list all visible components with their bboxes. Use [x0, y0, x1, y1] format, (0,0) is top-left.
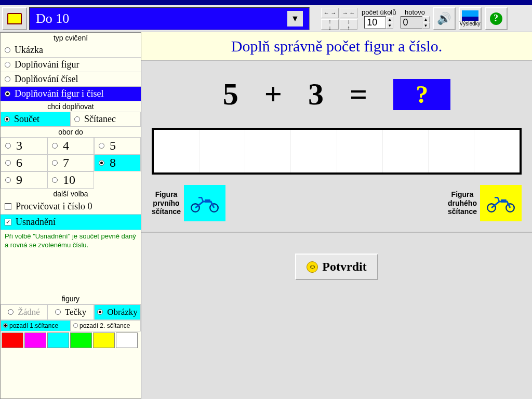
option-label: Doplňování čísel: [15, 74, 78, 85]
title-bar: [0, 0, 532, 5]
range-option[interactable]: 4: [47, 137, 94, 154]
range-option[interactable]: 9: [1, 171, 47, 189]
option-label: 6: [16, 156, 22, 170]
bg-option[interactable]: pozadí 1.sčítance: [1, 320, 71, 331]
radio-icon: [4, 116, 10, 122]
done-value: 0: [401, 16, 422, 29]
color-swatch[interactable]: [24, 332, 46, 348]
exercise-type-option[interactable]: Doplňování čísel: [1, 72, 141, 87]
answer-input[interactable]: ?: [393, 79, 450, 110]
option-label: pozadí 1.sčítance: [9, 322, 58, 329]
range-option[interactable]: 3: [1, 137, 47, 154]
nav-prev-v-button[interactable]: ↑↓: [321, 19, 339, 30]
radio-icon: [97, 309, 103, 315]
color-swatch[interactable]: [70, 332, 92, 348]
bg-option[interactable]: pozadí 2. sčítance: [71, 320, 141, 331]
figures-option[interactable]: Obrázky: [94, 304, 141, 320]
toolbar: Do 10 ▼ ← → ↑↓ → ← ↓↑ počet úkolů 10 ▲ ▼…: [0, 5, 532, 32]
radio-icon: [52, 143, 58, 149]
tasks-spinner: ▲ ▼: [386, 16, 393, 29]
done-label: hotovo: [405, 8, 425, 16]
results-button[interactable]: Výsledky: [459, 7, 482, 30]
figures-title: figury: [1, 294, 141, 304]
motorcycle-icon: [189, 194, 220, 212]
ease-hint: Při volbě "Usnadnění" je součet pevně da…: [1, 230, 141, 252]
range-option[interactable]: 5: [94, 137, 141, 154]
color-swatch[interactable]: [47, 332, 69, 348]
radio-icon: [5, 62, 10, 68]
fill-mode-option[interactable]: Sčítanec: [71, 112, 141, 127]
radio-icon: [73, 323, 78, 328]
ease-checkbox[interactable]: ✓ Usnadnění: [1, 215, 141, 230]
figure1-tile[interactable]: [184, 185, 225, 221]
results-icon: [462, 10, 478, 21]
option-label: Sčítanec: [84, 114, 116, 125]
nav-next-h-button[interactable]: → ←: [340, 8, 357, 18]
operand-a: 5: [223, 76, 238, 112]
radio-icon: [99, 160, 104, 166]
tasks-down-button[interactable]: ▼: [386, 22, 393, 29]
operand-b: 3: [308, 76, 324, 112]
figure2-tile[interactable]: [480, 185, 522, 221]
done-stat: hotovo 0 ▲ ▼: [401, 8, 430, 29]
radio-icon: [52, 177, 58, 183]
confirm-label: Potvrdit: [322, 260, 366, 274]
range-option[interactable]: 10: [47, 171, 94, 189]
option-label: 3: [16, 139, 22, 153]
help-button[interactable]: ?: [485, 7, 508, 30]
option-label: 7: [63, 156, 69, 170]
option-label: Doplňování figur i čísel: [15, 88, 103, 99]
range-option[interactable]: 6: [1, 154, 47, 171]
option-label: Ukázka: [15, 45, 43, 56]
figure1-label: Figuraprvníhosčítance: [152, 190, 181, 216]
equation: 5 + 3 = ?: [141, 61, 532, 123]
sound-button[interactable]: 🔊: [433, 7, 456, 30]
nav-next-v-button[interactable]: ↓↑: [340, 19, 357, 30]
exercise-type-title: typ cvičení: [1, 33, 141, 43]
radio-icon: [3, 323, 8, 328]
option-label: Doplňování figur: [15, 59, 79, 70]
category-dropdown[interactable]: Do 10 ▼: [29, 7, 310, 30]
color-swatch[interactable]: [2, 332, 23, 348]
radio-icon: [52, 160, 58, 166]
folder-icon: [7, 13, 22, 24]
exercise-type-option[interactable]: Doplňování figur i čísel: [1, 87, 141, 101]
figures-option[interactable]: Tečky: [47, 304, 94, 320]
option-label: Žádné: [18, 307, 39, 317]
option-label: Součet: [14, 114, 39, 125]
tasks-up-button[interactable]: ▲: [386, 16, 393, 22]
done-up-button[interactable]: ▲: [422, 16, 430, 22]
tasks-stat: počet úkolů 10 ▲ ▼: [362, 8, 396, 29]
tasks-label: počet úkolů: [362, 8, 396, 16]
radio-icon: [55, 309, 61, 315]
ease-label: Usnadnění: [16, 217, 56, 228]
figure-strip[interactable]: [152, 128, 522, 175]
color-swatch[interactable]: [116, 332, 138, 348]
tasks-value[interactable]: 10: [364, 16, 386, 29]
radio-icon: [74, 116, 80, 122]
content-area: Doplň správně počet figur a číslo. 5 + 3…: [141, 32, 532, 399]
confirm-button[interactable]: ☺ Potvrdit: [295, 254, 378, 280]
option-label: 8: [110, 156, 116, 170]
exercise-type-option[interactable]: Ukázka: [1, 43, 141, 58]
range-option[interactable]: 8: [94, 154, 141, 171]
fill-mode-option[interactable]: Součet: [1, 112, 71, 127]
sidebar: typ cvičení UkázkaDoplňování figurDoplňo…: [0, 32, 141, 399]
checkbox-icon: ✓: [5, 219, 11, 225]
category-value: Do 10: [36, 11, 69, 26]
nav-prev-h-button[interactable]: ← →: [321, 8, 339, 18]
radio-icon: [5, 47, 10, 53]
range-title: obor do: [1, 127, 141, 137]
figures-option: Žádné: [1, 304, 47, 320]
more-title: další volba: [1, 189, 141, 199]
option-label: pozadí 2. sčítance: [79, 322, 130, 329]
motorcycle-icon: [485, 194, 516, 212]
exercise-type-option[interactable]: Doplňování figur: [1, 58, 141, 72]
color-swatch[interactable]: [93, 332, 115, 348]
option-label: 10: [63, 173, 75, 187]
done-down-button[interactable]: ▼: [422, 22, 430, 29]
practice-zero-checkbox[interactable]: Procvičovat i číslo 0: [1, 199, 141, 215]
radio-icon: [5, 76, 10, 82]
range-option[interactable]: 7: [47, 154, 94, 171]
open-folder-button[interactable]: [2, 7, 27, 30]
